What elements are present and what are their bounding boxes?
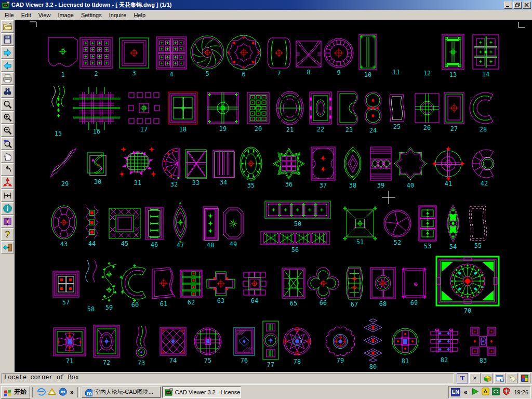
next-button[interactable] — [1, 46, 14, 59]
cad-block-23 — [338, 91, 358, 125]
svg-text:m: m — [86, 390, 91, 396]
cad-block-81-label: 81 — [402, 357, 409, 365]
overflow-chevron[interactable]: » — [69, 389, 75, 396]
manual-button[interactable]: ? — [1, 215, 14, 228]
cad-block-78-label: 78 — [294, 358, 301, 365]
find-button[interactable] — [1, 85, 14, 98]
cad-block-2-label: 2 — [94, 70, 98, 77]
cad-block-6-label: 6 — [242, 71, 245, 78]
cad-block-81 — [392, 328, 418, 354]
cad-block-70-label: 70 — [464, 307, 471, 314]
zoom-in-button[interactable] — [1, 111, 14, 124]
tray-play-icon[interactable] — [471, 387, 480, 397]
cad-block-59-label: 59 — [105, 304, 113, 311]
tray-shield-icon[interactable] — [502, 387, 511, 397]
minimize-button[interactable] — [504, 2, 512, 9]
cad-block-33 — [185, 150, 207, 178]
drawing-canvas[interactable]: 1234567891011121314151617181920212223242… — [15, 20, 532, 372]
toolbar: ?? — [0, 20, 15, 372]
cad-block-49-label: 49 — [230, 241, 237, 248]
close-button[interactable] — [523, 2, 531, 9]
cad-block-19-label: 19 — [219, 125, 227, 132]
cad-block-62-label: 62 — [188, 299, 195, 306]
cad-block-51 — [343, 206, 377, 241]
extents-button[interactable] — [1, 176, 14, 189]
task-cad-viewer[interactable]: CAD Viewer 3.2 - License... — [162, 387, 241, 398]
view-previous-button[interactable] — [1, 163, 14, 176]
app-icon — [2, 1, 10, 9]
cad-block-73 — [136, 326, 147, 357]
next-icon — [2, 47, 13, 58]
measure-button[interactable] — [1, 189, 14, 202]
cad-block-35-label: 35 — [247, 182, 255, 189]
help-button[interactable]: ? — [1, 228, 14, 241]
cad-block-60 — [119, 264, 145, 302]
cad-block-59 — [102, 262, 117, 302]
cad-block-47-label: 47 — [177, 242, 184, 249]
cad-block-38-label: 38 — [349, 182, 356, 189]
status-window-button[interactable] — [494, 373, 506, 383]
quicklaunch-roxio[interactable] — [47, 387, 57, 397]
cad-block-57-label: 57 — [62, 299, 70, 306]
status-tags-button[interactable] — [507, 373, 518, 383]
cad-block-55-label: 55 — [474, 242, 482, 249]
print-button[interactable] — [1, 72, 14, 85]
menu-view[interactable]: View — [35, 11, 55, 19]
zoom-back-button[interactable] — [1, 137, 14, 150]
cad-block-22-label: 22 — [317, 126, 324, 133]
status-colors-button[interactable] — [519, 373, 530, 383]
cad-block-54-label: 54 — [449, 243, 457, 250]
menu-settings[interactable]: Settings — [77, 11, 105, 19]
cad-block-7 — [268, 38, 291, 68]
menu-inquire[interactable]: Inquire — [105, 11, 130, 19]
cad-block-72 — [94, 325, 119, 357]
status-text-button[interactable]: T — [457, 373, 468, 383]
svg-text:?: ? — [5, 230, 10, 240]
exit-button[interactable] — [1, 241, 14, 254]
save-button[interactable] — [1, 33, 14, 46]
quicklaunch-ie[interactable] — [36, 387, 46, 397]
cad-block-58 — [86, 260, 97, 282]
cad-block-82-label: 82 — [441, 356, 448, 364]
status-shade-button[interactable] — [482, 373, 493, 383]
cad-block-49 — [223, 208, 243, 239]
pan-button[interactable] — [1, 150, 14, 163]
cad-block-24 — [365, 92, 381, 124]
zoom-out-button[interactable] — [1, 124, 14, 137]
restore-button[interactable] — [513, 2, 522, 9]
menu-file[interactable]: File — [1, 11, 18, 19]
quicklaunch-maxthon[interactable]: m — [58, 387, 68, 397]
cad-block-56 — [261, 231, 329, 245]
cad-block-55 — [470, 206, 487, 241]
cad-block-53 — [419, 206, 436, 241]
tray-chevron[interactable]: « — [462, 389, 469, 396]
cad-block-51-label: 51 — [356, 238, 364, 246]
svg-text:m: m — [60, 389, 65, 394]
cad-block-18 — [168, 92, 197, 124]
zoom-window-button[interactable] — [1, 98, 14, 111]
cad-block-14-label: 14 — [482, 71, 489, 78]
tray-alert-icon[interactable] — [481, 387, 490, 397]
menu-edit[interactable]: Edit — [18, 11, 35, 19]
open-button[interactable] — [1, 20, 14, 33]
task-forum[interactable]: m室内人论坛-CAD图块... — [82, 387, 161, 398]
cad-block-58-label: 58 — [87, 305, 95, 313]
extent-corner-mark — [518, 22, 525, 28]
tray-antivirus-icon[interactable] — [491, 387, 500, 397]
menu-help[interactable]: Help — [130, 11, 149, 19]
previous-button[interactable] — [1, 59, 14, 72]
cad-block-18-label: 18 — [179, 126, 187, 133]
menu-image[interactable]: Image — [54, 11, 77, 19]
cad-block-11-label: 11 — [393, 69, 400, 76]
cad-block-9-label: 9 — [337, 69, 340, 76]
cad-block-73-label: 73 — [138, 360, 145, 367]
cad-block-30 — [87, 153, 106, 176]
cad-block-54 — [447, 205, 459, 242]
status-message: Locate corner of Box — [2, 373, 454, 383]
title-bar[interactable]: CAD Viewer 3.2 - Licensed to ttdown - [ … — [0, 0, 532, 10]
start-button[interactable]: 开始 — [1, 386, 30, 398]
cad-block-7-label: 7 — [277, 70, 281, 77]
info-button[interactable] — [1, 202, 14, 215]
status-close-button[interactable]: × — [469, 373, 481, 383]
language-indicator[interactable]: EN — [451, 388, 460, 396]
